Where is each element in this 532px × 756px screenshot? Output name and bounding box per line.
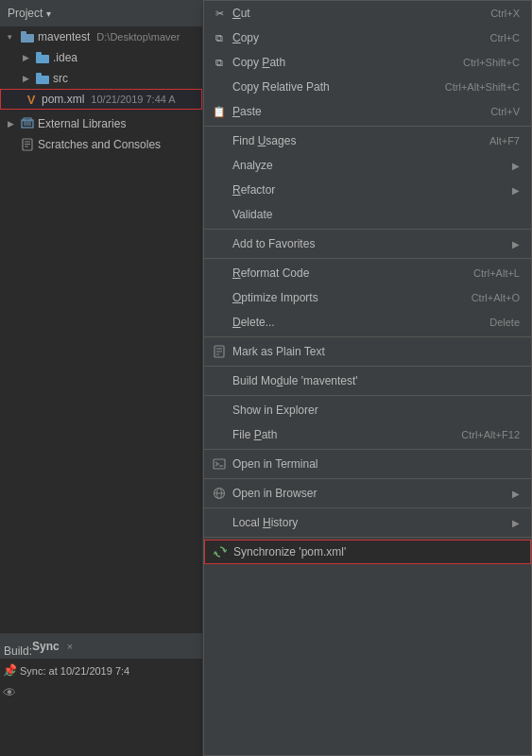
panel-title: Project [8,7,43,20]
open-terminal-label: Open in Terminal [232,457,318,471]
folder-icon-src [35,72,50,85]
menu-item-open-terminal[interactable]: Open in Terminal [204,452,531,476]
sync-icon [213,544,228,559]
separator-10 [204,537,531,538]
copy-rel-shortcut: Ctrl+Alt+Shift+C [445,81,520,93]
menu-item-optimize[interactable]: Optimize Imports Ctrl+Alt+O [204,285,531,310]
separator-4 [204,336,531,337]
menu-item-copy[interactable]: ⧉ Copy Ctrl+C [204,26,531,50]
reformat-icon [212,266,227,281]
menu-item-validate[interactable]: Validate [204,202,531,227]
copy-path-label: Copy Path [232,56,285,69]
bottom-panel: Build: Sync × ⟳ Sync: at 10/21/2019 7:4 … [0,633,203,756]
tree-item-idea[interactable]: ▶ .idea [0,47,202,68]
expand-arrow-src: ▶ [23,74,32,83]
analyze-icon [212,158,227,173]
eye-icon[interactable]: 👁 [2,685,17,700]
ext-lib-icon [20,116,35,131]
optimize-icon [212,290,227,305]
browser-arrow: ▶ [512,489,520,499]
separator-6 [204,395,531,396]
context-menu: ✂ Cut Ctrl+X ⧉ Copy Ctrl+C ⧉ Copy Path C… [203,0,532,756]
menu-item-find-usages[interactable]: Find Usages Alt+F7 [204,129,531,153]
tree-item-meta: D:\Desktop\maver [96,31,180,43]
scratches-icon [20,137,35,152]
svg-rect-3 [36,52,42,56]
menu-item-open-browser[interactable]: Open in Browser ▶ [204,481,531,506]
expand-arrow: ▾ [8,32,17,42]
optimize-shortcut: Ctrl+Alt+O [472,292,520,303]
menu-item-delete[interactable]: Delete... Delete [204,310,531,335]
cut-shortcut: Ctrl+X [490,8,520,19]
tree-item-label: maventest [38,30,90,43]
delete-label: Delete... [232,316,275,329]
find-label: Find Usages [232,134,296,147]
menu-item-paste[interactable]: 📋 Paste Ctrl+V [204,99,531,124]
tree-item-ext-lib[interactable]: ▶ External Libraries [0,113,202,134]
svg-rect-4 [36,76,49,84]
refactor-arrow: ▶ [512,185,520,196]
terminal-icon [212,456,227,472]
tree-item-maventest[interactable]: ▾ maventest D:\Desktop\maver [0,26,202,47]
svg-rect-2 [36,55,49,63]
bottom-content: ⟳ Sync: at 10/21/2019 7:4 [0,659,202,685]
menu-item-copy-relative-path[interactable]: Copy Relative Path Ctrl+Alt+Shift+C [204,75,531,99]
panel-chevron-icon[interactable]: ▾ [46,9,51,19]
pin-icon[interactable]: 📌 [2,662,17,678]
file-path-label: File Path [232,428,277,441]
menu-item-build-module[interactable]: Build Module 'maventest' [204,369,531,393]
separator-9 [204,507,531,508]
build-label: Build: [0,643,36,660]
paste-shortcut: Ctrl+V [490,106,520,117]
copy-shortcut: Ctrl+C [490,32,520,43]
open-browser-label: Open in Browser [232,487,317,500]
reformat-label: Reformat Code [232,266,309,280]
synchronize-label: Synchronize 'pom.xml' [233,545,346,558]
local-history-label: Local History [232,516,298,529]
menu-item-analyze[interactable]: Analyze ▶ [204,153,531,178]
tree-item-pom[interactable]: V pom.xml 10/21/2019 7:44 A [0,89,202,110]
optimize-label: Optimize Imports [232,291,318,304]
reformat-shortcut: Ctrl+Alt+L [473,267,520,279]
tree-item-src[interactable]: ▶ src [0,68,202,89]
menu-item-synchronize[interactable]: Synchronize 'pom.xml' [204,540,531,564]
copy-rel-label: Copy Relative Path [232,80,330,94]
menu-item-copy-path[interactable]: ⧉ Copy Path Ctrl+Shift+C [204,50,531,75]
tree-item-scratches[interactable]: ▶ Scratches and Consoles [0,134,202,155]
tab-close-button[interactable]: × [67,641,73,652]
delete-icon [212,315,227,330]
tree-item-label-src: src [53,72,68,85]
copy-icon: ⧉ [212,30,227,45]
separator-2 [204,229,531,230]
sync-tab-label[interactable]: Sync [32,640,60,653]
delete-shortcut: Delete [489,317,520,328]
file-path-icon [212,427,227,442]
gutter-icons: 📌 👁 [0,659,19,704]
copy-path-shortcut: Ctrl+Shift+C [463,57,520,68]
validate-icon [212,207,227,222]
separator-3 [204,258,531,259]
menu-item-mark-plain[interactable]: Mark as Plain Text [204,339,531,364]
copy-rel-icon [212,79,227,94]
tree-item-label-pom: pom.xml [42,93,84,106]
menu-item-reformat[interactable]: Reformat Code Ctrl+Alt+L [204,261,531,285]
local-history-arrow: ▶ [512,518,520,528]
explorer-icon [212,403,227,418]
show-explorer-label: Show in Explorer [232,404,318,417]
file-path-shortcut: Ctrl+Alt+F12 [461,429,520,440]
find-shortcut: Alt+F7 [489,135,520,146]
menu-item-show-explorer[interactable]: Show in Explorer [204,398,531,422]
menu-item-file-path[interactable]: File Path Ctrl+Alt+F12 [204,422,531,447]
favorites-arrow: ▶ [512,239,520,249]
tree-item-label-idea: .idea [53,51,77,64]
folder-icon-idea [35,51,50,64]
ext-lib-label: External Libraries [38,117,126,130]
svg-rect-1 [21,31,26,35]
menu-item-add-favorites[interactable]: Add to Favorites ▶ [204,232,531,256]
refactor-icon [212,182,227,198]
menu-item-cut[interactable]: ✂ Cut Ctrl+X [204,1,531,26]
menu-item-refactor[interactable]: Refactor ▶ [204,178,531,202]
menu-item-local-history[interactable]: Local History ▶ [204,510,531,535]
separator-7 [204,449,531,450]
separator-1 [204,126,531,127]
